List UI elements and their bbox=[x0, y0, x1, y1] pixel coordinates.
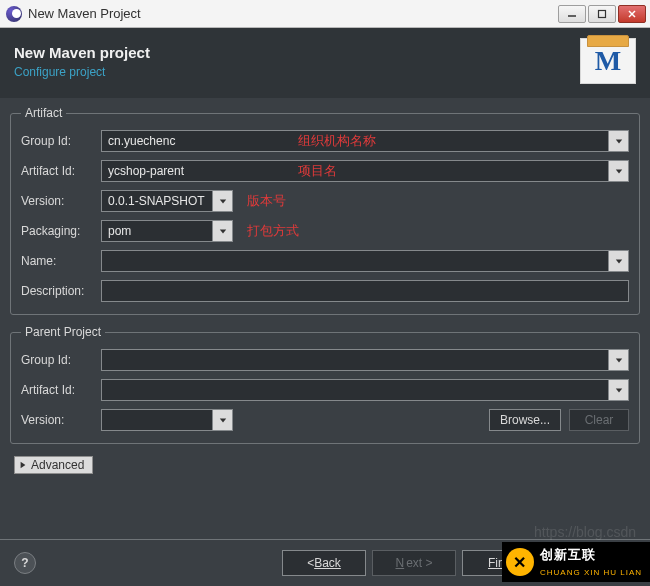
chevron-down-icon[interactable] bbox=[608, 350, 628, 370]
chevron-down-icon[interactable] bbox=[212, 221, 232, 241]
artifact-legend: Artifact bbox=[21, 106, 66, 120]
wizard-content: Artifact Group Id: cn.yuechenc 组织机构名称 Ar… bbox=[0, 98, 650, 474]
svg-marker-9 bbox=[615, 358, 621, 362]
packaging-combo[interactable]: pom bbox=[101, 220, 233, 242]
group-id-annotation: 组织机构名称 bbox=[298, 132, 376, 150]
artifact-id-value: ycshop-parent bbox=[108, 164, 184, 178]
group-id-value: cn.yuechenc bbox=[108, 134, 175, 148]
svg-marker-4 bbox=[615, 139, 621, 143]
advanced-expander[interactable]: Advanced bbox=[14, 456, 93, 474]
watermark-text: https://blog.csdn bbox=[534, 524, 636, 540]
banner-subtitle: Configure project bbox=[14, 65, 580, 79]
version-label: Version: bbox=[21, 194, 93, 208]
chevron-down-icon[interactable] bbox=[608, 251, 628, 271]
version-value: 0.0.1-SNAPSHOT bbox=[108, 194, 205, 208]
help-button[interactable]: ? bbox=[14, 552, 36, 574]
packaging-value: pom bbox=[108, 224, 131, 238]
artifact-id-label: Artifact Id: bbox=[21, 164, 93, 178]
brand-name: 创新互联 bbox=[540, 546, 642, 564]
svg-marker-8 bbox=[615, 259, 621, 263]
window-buttons bbox=[558, 5, 646, 23]
maven-icon-letter: M bbox=[595, 45, 621, 77]
packaging-annotation: 打包方式 bbox=[247, 222, 299, 240]
parent-version-label: Version: bbox=[21, 413, 93, 427]
parent-group-id-label: Group Id: bbox=[21, 353, 93, 367]
parent-version-combo[interactable] bbox=[101, 409, 233, 431]
wizard-banner: New Maven project Configure project M bbox=[0, 28, 650, 98]
parent-artifact-id-label: Artifact Id: bbox=[21, 383, 93, 397]
maximize-button[interactable] bbox=[588, 5, 616, 23]
chevron-down-icon[interactable] bbox=[212, 410, 232, 430]
description-label: Description: bbox=[21, 284, 93, 298]
name-label: Name: bbox=[21, 254, 93, 268]
svg-marker-6 bbox=[219, 199, 225, 203]
group-id-label: Group Id: bbox=[21, 134, 93, 148]
back-label: Back bbox=[314, 556, 341, 570]
svg-marker-10 bbox=[615, 388, 621, 392]
parent-group-id-combo[interactable] bbox=[101, 349, 629, 371]
chevron-down-icon[interactable] bbox=[608, 380, 628, 400]
brand-overlay: ✕ 创新互联 CHUANG XIN HU LIAN bbox=[502, 542, 650, 582]
description-input[interactable] bbox=[101, 280, 629, 302]
chevron-right-icon bbox=[19, 461, 27, 469]
artifact-group: Artifact Group Id: cn.yuechenc 组织机构名称 Ar… bbox=[10, 106, 640, 315]
brand-logo-icon: ✕ bbox=[506, 548, 534, 576]
chevron-down-icon[interactable] bbox=[608, 161, 628, 181]
group-id-combo[interactable]: cn.yuechenc 组织机构名称 bbox=[101, 130, 629, 152]
close-button[interactable] bbox=[618, 5, 646, 23]
svg-rect-1 bbox=[599, 10, 606, 17]
svg-marker-11 bbox=[219, 418, 225, 422]
chevron-down-icon[interactable] bbox=[608, 131, 628, 151]
packaging-label: Packaging: bbox=[21, 224, 93, 238]
back-button[interactable]: < Back bbox=[282, 550, 366, 576]
titlebar: New Maven Project bbox=[0, 0, 650, 28]
banner-title: New Maven project bbox=[14, 44, 580, 61]
advanced-label: Advanced bbox=[31, 458, 84, 472]
artifact-id-annotation: 项目名 bbox=[298, 162, 337, 180]
clear-button[interactable]: Clear bbox=[569, 409, 629, 431]
parent-artifact-id-combo[interactable] bbox=[101, 379, 629, 401]
parent-legend: Parent Project bbox=[21, 325, 105, 339]
eclipse-icon bbox=[6, 6, 22, 22]
name-combo[interactable] bbox=[101, 250, 629, 272]
version-annotation: 版本号 bbox=[247, 192, 286, 210]
parent-project-group: Parent Project Group Id: Artifact Id: Ve… bbox=[10, 325, 640, 444]
svg-marker-12 bbox=[21, 462, 26, 468]
minimize-button[interactable] bbox=[558, 5, 586, 23]
artifact-id-combo[interactable]: ycshop-parent 项目名 bbox=[101, 160, 629, 182]
browse-button[interactable]: Browse... bbox=[489, 409, 561, 431]
maven-icon: M bbox=[580, 38, 636, 84]
chevron-down-icon[interactable] bbox=[212, 191, 232, 211]
svg-marker-7 bbox=[219, 229, 225, 233]
version-combo[interactable]: 0.0.1-SNAPSHOT bbox=[101, 190, 233, 212]
svg-marker-5 bbox=[615, 169, 621, 173]
window-title: New Maven Project bbox=[28, 6, 558, 21]
brand-sub: CHUANG XIN HU LIAN bbox=[540, 568, 642, 577]
next-button[interactable]: Next > bbox=[372, 550, 456, 576]
next-label: ext > bbox=[406, 556, 432, 570]
